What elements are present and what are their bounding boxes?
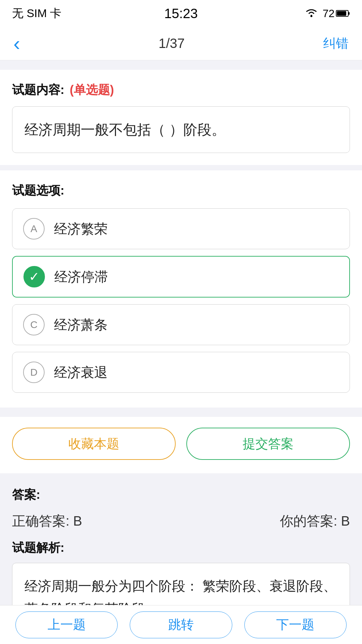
status-no-sim: 无 SIM 卡	[12, 6, 61, 21]
option-b-text: 经济停滞	[54, 268, 108, 286]
back-button[interactable]: ‹	[13, 34, 20, 54]
next-question-button[interactable]: 下一题	[244, 611, 347, 638]
answer-label: 答案:	[12, 487, 350, 503]
analysis-label: 试题解析:	[12, 540, 350, 556]
svg-rect-2	[337, 11, 346, 16]
wifi-icon	[305, 7, 318, 20]
option-b-badge: ✓	[23, 266, 45, 287]
option-a[interactable]: A 经济繁荣	[12, 208, 350, 249]
answer-section: 答案: 正确答案: B 你的答案: B	[0, 476, 362, 540]
option-b[interactable]: ✓ 经济停滞	[12, 256, 350, 298]
svg-rect-3	[349, 12, 350, 15]
option-a-text: 经济繁荣	[54, 220, 108, 238]
question-type-tag: (单选题)	[70, 82, 114, 98]
question-section: 试题内容: (单选题) 经济周期一般不包括（ ）阶段。	[0, 70, 362, 165]
option-d[interactable]: D 经济衰退	[12, 352, 350, 393]
status-time: 15:23	[164, 6, 198, 21]
question-section-label: 试题内容:	[12, 82, 64, 98]
divider-4	[0, 473, 362, 476]
collect-button[interactable]: 收藏本题	[12, 428, 176, 460]
submit-button[interactable]: 提交答案	[186, 428, 350, 460]
jump-button[interactable]: 跳转	[130, 611, 232, 638]
option-c-badge: C	[23, 314, 45, 335]
divider-1	[0, 60, 362, 70]
bottom-nav: 上一题 跳转 下一题	[0, 605, 362, 644]
your-answer: 你的答案: B	[280, 512, 350, 530]
option-c[interactable]: C 经济萧条	[12, 304, 350, 345]
action-buttons-row: 收藏本题 提交答案	[0, 417, 362, 473]
correct-answer: 正确答案: B	[12, 512, 82, 530]
option-d-text: 经济衰退	[54, 363, 108, 382]
option-a-badge: A	[23, 218, 45, 239]
option-c-text: 经济萧条	[54, 316, 108, 334]
options-label: 试题选项:	[12, 182, 350, 199]
svg-point-0	[310, 15, 312, 17]
page-title: 1/37	[159, 36, 185, 51]
options-section: 试题选项: A 经济繁荣 ✓ 经济停滞 C 经济萧条 D 经济衰退	[0, 170, 362, 408]
option-d-badge: D	[23, 362, 45, 383]
prev-question-button[interactable]: 上一题	[15, 611, 118, 638]
error-report-button[interactable]: 纠错	[323, 35, 349, 52]
question-box: 经济周期一般不包括（ ）阶段。	[12, 106, 350, 153]
divider-2	[0, 165, 362, 170]
battery-icon: 72	[322, 7, 350, 20]
divider-3	[0, 408, 362, 417]
